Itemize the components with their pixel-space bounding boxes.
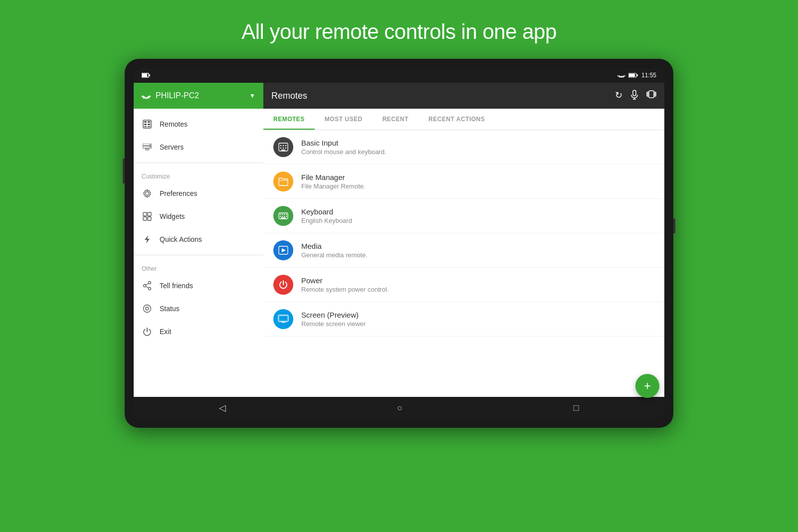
keyboard-info: Keyboard English Keyboard bbox=[301, 207, 654, 224]
remote-item-basic-input[interactable]: Basic Input Control mouse and keyboard. bbox=[263, 130, 664, 165]
status-right: 11:55 bbox=[617, 72, 656, 79]
drawer-exit-label: Exit bbox=[160, 328, 171, 336]
file-manager-name: File Manager bbox=[301, 173, 654, 181]
svg-rect-20 bbox=[143, 212, 147, 216]
tablet-device: 11:55 PHILIP-PC2 ▼ bbox=[125, 59, 673, 428]
tab-recent[interactable]: RECENT bbox=[373, 109, 418, 130]
tablet-screen: 11:55 PHILIP-PC2 ▼ bbox=[134, 68, 664, 419]
svg-rect-63 bbox=[279, 316, 287, 321]
svg-rect-46 bbox=[281, 150, 285, 151]
svg-rect-31 bbox=[633, 90, 636, 96]
svg-point-40 bbox=[280, 145, 281, 146]
basic-input-info: Basic Input Control mouse and keyboard. bbox=[301, 139, 654, 156]
basic-input-desc: Control mouse and keyboard. bbox=[301, 148, 654, 156]
svg-point-42 bbox=[285, 145, 286, 146]
svg-point-15 bbox=[150, 144, 151, 145]
tab-recent-actions[interactable]: RECENT ACTIONS bbox=[418, 109, 495, 130]
drawer-item-status[interactable]: Status bbox=[134, 297, 263, 320]
svg-rect-10 bbox=[144, 124, 147, 125]
power-info: Power Remote system power control. bbox=[301, 276, 654, 293]
media-info: Media General media remote. bbox=[301, 242, 654, 259]
remote-item-screen-preview[interactable]: Screen (Preview) Remote screen viewer bbox=[263, 302, 664, 337]
svg-rect-55 bbox=[284, 216, 285, 217]
svg-point-44 bbox=[283, 148, 284, 149]
folder-icon-svg bbox=[278, 177, 288, 186]
add-remote-fab[interactable]: + bbox=[635, 374, 659, 397]
server-icon-svg bbox=[143, 144, 152, 151]
toolbar-title: Remotes bbox=[271, 91, 615, 101]
navigation-bar: ◁ ○ □ bbox=[134, 397, 664, 419]
quick-actions-icon bbox=[142, 234, 153, 245]
screen-preview-info: Screen (Preview) Remote screen viewer bbox=[301, 311, 654, 328]
svg-rect-53 bbox=[280, 216, 281, 217]
drawer-item-servers[interactable]: Servers bbox=[134, 136, 263, 159]
keyboard-icon-small bbox=[278, 143, 288, 152]
preferences-icon bbox=[142, 188, 153, 199]
svg-rect-5 bbox=[629, 74, 635, 77]
svg-rect-50 bbox=[282, 214, 283, 215]
svg-rect-9 bbox=[148, 121, 150, 123]
svg-point-29 bbox=[144, 305, 151, 313]
power-name: Power bbox=[301, 276, 654, 285]
recents-button[interactable]: □ bbox=[574, 403, 579, 413]
svg-marker-59 bbox=[282, 248, 286, 252]
drawer-item-tell-friends[interactable]: Tell friends bbox=[134, 274, 263, 297]
power-icon-svg bbox=[143, 327, 152, 336]
svg-rect-22 bbox=[143, 217, 147, 220]
drawer-remotes-label: Remotes bbox=[160, 120, 188, 128]
drawer-server-name: PHILIP-PC2 bbox=[156, 91, 244, 100]
remote-item-power[interactable]: Power Remote system power control. bbox=[263, 268, 664, 302]
gear-icon bbox=[143, 189, 152, 198]
customize-section-label: Customize bbox=[134, 167, 263, 182]
home-button[interactable]: ○ bbox=[397, 403, 402, 413]
svg-rect-2 bbox=[142, 74, 147, 77]
svg-point-45 bbox=[285, 148, 286, 149]
mic-icon[interactable] bbox=[630, 90, 638, 102]
tab-remotes[interactable]: REMOTES bbox=[263, 109, 315, 130]
exit-icon bbox=[142, 326, 153, 337]
svg-rect-54 bbox=[282, 216, 283, 217]
drawer-servers-label: Servers bbox=[160, 143, 184, 151]
drawer-expand-icon[interactable]: ▼ bbox=[249, 92, 255, 99]
remote-item-keyboard[interactable]: Keyboard English Keyboard bbox=[263, 199, 664, 233]
svg-point-43 bbox=[280, 148, 281, 149]
tab-most-used[interactable]: MOST USED bbox=[315, 109, 373, 130]
vibrate-icon[interactable] bbox=[646, 90, 656, 102]
status-icon bbox=[142, 303, 153, 314]
svg-rect-49 bbox=[280, 214, 281, 215]
drawer-item-quick-actions[interactable]: Quick Actions bbox=[134, 228, 263, 251]
navigation-drawer: PHILIP-PC2 ▼ bbox=[134, 83, 263, 397]
main-content: Remotes ↻ bbox=[263, 83, 664, 397]
battery-status-icon bbox=[628, 72, 638, 78]
drawer-header[interactable]: PHILIP-PC2 ▼ bbox=[134, 83, 263, 109]
screen-preview-desc: Remote screen viewer bbox=[301, 320, 654, 328]
drawer-body: Remotes bbox=[134, 109, 263, 397]
back-button[interactable]: ◁ bbox=[219, 402, 226, 413]
keyboard-icon2 bbox=[278, 212, 288, 219]
svg-point-25 bbox=[149, 288, 151, 290]
status-left bbox=[142, 72, 152, 78]
svg-rect-23 bbox=[148, 217, 151, 220]
share-icon-svg bbox=[143, 281, 152, 290]
drawer-item-preferences[interactable]: Preferences bbox=[134, 182, 263, 205]
svg-rect-13 bbox=[148, 126, 150, 127]
refresh-icon[interactable]: ↻ bbox=[615, 90, 622, 102]
svg-rect-34 bbox=[649, 91, 654, 98]
remote-list: Basic Input Control mouse and keyboard. bbox=[263, 130, 664, 397]
svg-rect-57 bbox=[281, 217, 286, 218]
media-icon-svg bbox=[278, 246, 288, 255]
toolbar-actions: ↻ bbox=[615, 90, 656, 102]
remote-item-media[interactable]: Media General media remote. bbox=[263, 233, 664, 268]
drawer-preferences-label: Preferences bbox=[160, 189, 197, 197]
battery-icon bbox=[142, 72, 152, 78]
keyboard-name: Keyboard bbox=[301, 207, 654, 216]
app-area: PHILIP-PC2 ▼ bbox=[134, 83, 664, 397]
remote-item-file-manager[interactable]: File Manager File Manager Remote. bbox=[263, 165, 664, 199]
drawer-item-remotes[interactable]: Remotes bbox=[134, 113, 263, 136]
drawer-item-exit[interactable]: Exit bbox=[134, 320, 263, 343]
file-manager-info: File Manager File Manager Remote. bbox=[301, 173, 654, 190]
file-manager-desc: File Manager Remote. bbox=[301, 182, 654, 190]
svg-rect-8 bbox=[144, 121, 147, 123]
drawer-item-widgets[interactable]: Widgets bbox=[134, 205, 263, 228]
basic-input-icon bbox=[273, 137, 293, 157]
